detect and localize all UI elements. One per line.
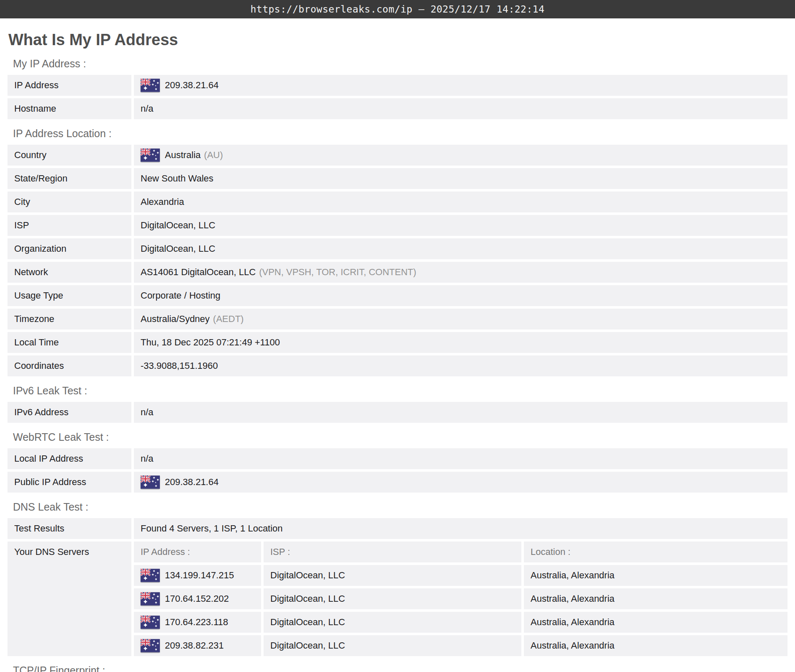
dns-col-header-ip-address: IP Address : (134, 542, 261, 562)
dns-server-ip-text: 170.64.152.202 (165, 593, 229, 604)
table-row-state-region: State/Region New South Wales (8, 168, 787, 189)
row-value: Thu, 18 Dec 2025 07:21:49 +1100 (134, 332, 787, 353)
dns-server-ip-text: 170.64.223.118 (165, 617, 228, 628)
row-value: Australia (AU) (134, 145, 787, 166)
dns-servers-table: IP Address : ISP : Location : 134.199.14… (134, 542, 787, 656)
section-heading-my-ip-address: My IP Address : (8, 58, 787, 70)
dns-server-ip: 209.38.82.231 (134, 635, 261, 656)
row-label: IPv6 Address (8, 402, 131, 423)
row-label: Coordinates (8, 355, 131, 376)
row-value-text: n/a (141, 407, 154, 418)
row-value-text: -33.9088,151.1960 (141, 360, 218, 371)
row-value-text: n/a (141, 453, 154, 464)
australia-flag-icon (141, 79, 160, 92)
row-label: Test Results (8, 518, 131, 539)
australia-flag-icon (141, 475, 160, 489)
dns-server-location: Australia, Alexandria (524, 588, 787, 609)
dns-server-ip: 170.64.152.202 (134, 588, 261, 609)
dns-col-header-location: Location : (524, 542, 787, 562)
page-title: What Is My IP Address (8, 31, 787, 49)
row-label: State/Region (8, 168, 131, 189)
row-label: Public IP Address (8, 472, 131, 493)
row-label: ISP (8, 215, 131, 236)
table-row-public-ip-address: Public IP Address 209.38.21.64 (8, 472, 787, 493)
row-value: n/a (134, 402, 787, 423)
row-value: Australia/Sydney (AEDT) (134, 309, 787, 330)
australia-flag-icon (141, 569, 160, 582)
row-value-text: Australia/Sydney (141, 314, 210, 325)
row-value: 209.38.21.64 (134, 472, 787, 493)
dns-server-isp: DigitalOcean, LLC (264, 612, 521, 633)
dns-server-ip: 134.199.147.215 (134, 565, 261, 586)
row-value-text: Australia (165, 150, 201, 161)
dns-server-ip-text: 209.38.82.231 (165, 640, 224, 651)
dns-col-header-isp: ISP : (264, 542, 521, 562)
table-row-local-ip-address: Local IP Address n/a (8, 448, 787, 469)
row-label: Local Time (8, 332, 131, 353)
row-label: Organization (8, 238, 131, 259)
section-heading-dns-leak-test: DNS Leak Test : (8, 501, 787, 513)
row-label: IP Address (8, 75, 131, 96)
row-value-text: AS14061 DigitalOcean, LLC (141, 267, 256, 278)
table-row-coordinates: Coordinates -33.9088,151.1960 (8, 355, 787, 376)
row-value-text: New South Wales (141, 173, 213, 184)
table-row-organization: Organization DigitalOcean, LLC (8, 238, 787, 259)
row-label: Hostname (8, 98, 131, 119)
australia-flag-icon (141, 148, 160, 162)
row-value-text: Corporate / Hosting (141, 290, 221, 301)
table-row-city: City Alexandria (8, 192, 787, 212)
row-value-text: Found 4 Servers, 1 ISP, 1 Location (141, 523, 283, 534)
dns-server-ip-text: 134.199.147.215 (165, 570, 234, 581)
table-row-ip-address: IP Address 209.38.21.64 (8, 75, 787, 96)
section-heading-tcpip-fingerprint-partial: TCP/IP Fingerprint : (8, 664, 787, 672)
row-value: -33.9088,151.1960 (134, 355, 787, 376)
australia-flag-icon (141, 639, 160, 652)
row-value: n/a (134, 448, 787, 469)
row-value-muted: (AEDT) (213, 314, 244, 325)
row-value-text: Thu, 18 Dec 2025 07:21:49 +1100 (141, 337, 280, 348)
row-value: 209.38.21.64 (134, 75, 787, 96)
row-value: New South Wales (134, 168, 787, 189)
url-and-timestamp: https://browserleaks.com/ip — 2025/12/17… (250, 4, 544, 15)
row-label: Network (8, 262, 131, 283)
row-value-text: DigitalOcean, LLC (141, 220, 215, 231)
table-row-timezone: Timezone Australia/Sydney (AEDT) (8, 309, 787, 330)
browser-titlebar: https://browserleaks.com/ip — 2025/12/17… (0, 0, 795, 18)
row-label: Timezone (8, 309, 131, 330)
row-value: Alexandria (134, 192, 787, 212)
table-row-usage-type: Usage Type Corporate / Hosting (8, 285, 787, 306)
section-heading-ip-address-location: IP Address Location : (8, 128, 787, 140)
table-row-ipv6-address: IPv6 Address n/a (8, 402, 787, 423)
row-value: Found 4 Servers, 1 ISP, 1 Location (134, 518, 787, 539)
dns-server-location: Australia, Alexandria (524, 635, 787, 656)
row-value-text: n/a (141, 103, 154, 114)
row-value: n/a (134, 98, 787, 119)
table-row-country: Country Australia (AU) (8, 145, 787, 166)
australia-flag-icon (141, 616, 160, 629)
dns-server-isp: DigitalOcean, LLC (264, 635, 521, 656)
row-label: Local IP Address (8, 448, 131, 469)
dns-server-location: Australia, Alexandria (524, 565, 787, 586)
dns-server-location: Australia, Alexandria (524, 612, 787, 633)
row-value: DigitalOcean, LLC (134, 238, 787, 259)
table-row-your-dns-servers: Your DNS Servers IP Address : ISP : Loca… (8, 542, 787, 656)
row-value: Corporate / Hosting (134, 285, 787, 306)
section-heading-ipv6-leak-test: IPv6 Leak Test : (8, 385, 787, 397)
row-label: Country (8, 145, 131, 166)
page-content: What Is My IP Address My IP Address : IP… (8, 31, 787, 672)
row-label: City (8, 192, 131, 212)
row-value-muted: (AU) (204, 150, 223, 161)
dns-server-ip: 170.64.223.118 (134, 612, 261, 633)
dns-server-isp: DigitalOcean, LLC (264, 588, 521, 609)
table-row-hostname: Hostname n/a (8, 98, 787, 119)
row-value-text: 209.38.21.64 (165, 80, 218, 91)
table-row-isp: ISP DigitalOcean, LLC (8, 215, 787, 236)
table-row-test-results: Test Results Found 4 Servers, 1 ISP, 1 L… (8, 518, 787, 539)
row-value-text: 209.38.21.64 (165, 477, 218, 488)
row-value-text: DigitalOcean, LLC (141, 243, 215, 254)
row-value: DigitalOcean, LLC (134, 215, 787, 236)
section-heading-webrtc-leak-test: WebRTC Leak Test : (8, 431, 787, 443)
row-value-text: Alexandria (141, 197, 184, 207)
row-value-muted: (VPN, VPSH, TOR, ICRIT, CONTENT) (259, 267, 416, 278)
table-row-local-time: Local Time Thu, 18 Dec 2025 07:21:49 +11… (8, 332, 787, 353)
